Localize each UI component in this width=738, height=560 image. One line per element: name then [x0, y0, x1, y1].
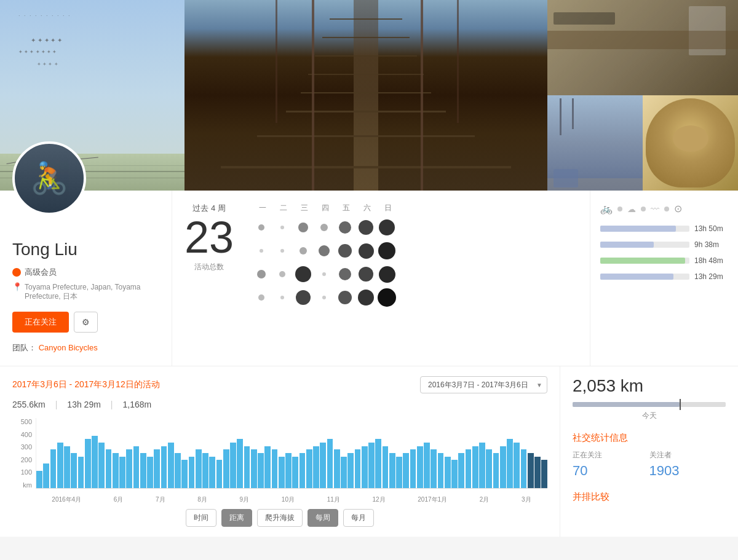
location-icon: 📍 [12, 282, 22, 291]
activity-icons-row: 🚲 ☁ 〰 ⊙ [600, 203, 728, 215]
weeks-block: 过去 4 周 23 活动总数 [184, 203, 234, 272]
day-label-tue: 二 [274, 203, 293, 213]
y-label-200: 200 [12, 456, 32, 463]
badge-dot [12, 268, 21, 277]
chart-controls: 时间 距离 爬升海拔 每周 每月 [12, 509, 547, 527]
activity-count: 23 [184, 215, 234, 259]
day-label-wed: 三 [295, 203, 314, 213]
dot3 [664, 207, 669, 211]
cal-row-3 [252, 265, 584, 283]
bar-fill-2 [600, 242, 654, 248]
bar-label-3: 18h 48m [694, 256, 728, 265]
compare-title: 并排比较 [573, 491, 726, 503]
bar-track-4 [600, 274, 689, 280]
bar-fill-4 [600, 274, 673, 280]
x-label-nov: 11月 [327, 495, 340, 504]
range-title: 2017年3月6日 - 2017年3月12日的活动 [12, 379, 160, 390]
following-col: 正在关注 70 [573, 450, 649, 479]
x-label-mar: 3月 [522, 495, 531, 504]
profile-actions: 正在关注 ⚙ [12, 312, 159, 333]
ctrl-monthly-btn[interactable]: 每月 [343, 509, 374, 527]
day-label-fri: 五 [337, 203, 355, 213]
bar-fill-3 [600, 258, 685, 264]
location-text: Toyama Prefecture, Japan, Toyama Prefect… [25, 283, 159, 302]
stat-time: 13h 29m [67, 400, 100, 409]
cal-header-row: 一 二 三 四 五 六 日 [252, 203, 584, 213]
cal-row-4 [252, 288, 584, 307]
activity-chart-section: 2017年3月6日 - 2017年3月12日的活动 2016年3月7日 - 20… [0, 366, 560, 537]
ctrl-weekly-btn[interactable]: 每周 [308, 509, 338, 527]
cal-row-2 [252, 242, 584, 260]
day-label-sat: 六 [358, 203, 376, 213]
range-header: 2017年3月6日 - 2017年3月12日的活动 2016年3月7日 - 20… [12, 376, 547, 393]
x-label-aug: 8月 [197, 495, 207, 504]
team-link[interactable]: Canyon Bicycles [39, 343, 98, 352]
range-stats: 255.6km | 13h 29m | 1,168m [12, 400, 547, 409]
cloud-icon: ☁ [627, 204, 636, 214]
follow-button[interactable]: 正在关注 [12, 312, 69, 333]
y-label-100: 100 [12, 468, 32, 476]
activity-sublabel: 活动总数 [184, 262, 234, 272]
bar-row-1: 13h 50m [600, 224, 728, 233]
x-label-jan: 2017年1月 [418, 495, 447, 504]
profile-badge-row: 高级会员 [12, 267, 159, 278]
followers-col: 关注者 1903 [649, 450, 726, 479]
settings-button[interactable]: ⚙ [74, 312, 98, 333]
day-label-thu: 四 [316, 203, 335, 213]
day-label-mon: 一 [253, 203, 272, 213]
expand-icon[interactable]: ⊙ [674, 203, 682, 215]
bar-track-3 [600, 258, 689, 264]
chart-container: 500 400 300 200 100 km [12, 418, 547, 504]
bar-row-2: 9h 38m [600, 240, 728, 249]
x-label-jun: 6月 [114, 495, 124, 504]
y-label-300: 300 [12, 443, 32, 451]
y-label-400: 400 [12, 431, 32, 438]
x-label-dec: 12月 [372, 495, 385, 504]
ctrl-time-btn[interactable]: 时间 [186, 509, 216, 527]
team-label: 团队： [12, 343, 36, 352]
cover-photo-3 [547, 0, 738, 95]
bar-track-1 [600, 226, 689, 232]
bar-track-2 [600, 242, 689, 248]
bar-row-4: 13h 29m [600, 272, 728, 281]
cal-row-1 [252, 218, 584, 237]
avatar: 🚴 [12, 141, 86, 215]
stat-distance: 255.6km [12, 400, 46, 409]
following-label: 正在关注 [573, 450, 649, 460]
stats-middle-section: 过去 4 周 23 活动总数 一 二 三 四 五 六 日 [172, 191, 590, 366]
cover-photo-5 [643, 95, 738, 191]
following-count: 70 [573, 463, 649, 479]
km-today-label: 今天 [573, 411, 726, 421]
page-wrapper: ✦ ✦ ✦ ✦ ✦ ✦ ✦ ✦ ✦ ✦ ✦ ✦ ✦ ✦ ✦ ✦ ∙ ∙ ∙ ∙ … [0, 0, 738, 537]
profile-name: Tong Liu [12, 240, 159, 259]
followers-label: 关注者 [649, 450, 726, 460]
km-bar-container [573, 402, 726, 407]
cover-photo-4 [547, 95, 643, 191]
main-content: Tong Liu 高级会员 📍 Toyama Prefecture, Japan… [0, 191, 738, 366]
followers-count: 1903 [649, 463, 726, 479]
x-label-oct: 10月 [282, 495, 295, 504]
profile-section: Tong Liu 高级会员 📍 Toyama Prefecture, Japan… [0, 191, 172, 366]
bottom-section: 2017年3月6日 - 2017年3月12日的活动 2016年3月7日 - 20… [0, 366, 738, 537]
bar-label-4: 13h 29m [694, 272, 728, 281]
ctrl-elevation-btn[interactable]: 爬升海拔 [257, 509, 303, 527]
stat-divider-1: | [55, 400, 58, 409]
chart-bars [36, 418, 547, 489]
cover-photo-2 [184, 0, 547, 191]
cover-right-photos [547, 0, 738, 191]
avatar-wrapper: 🚴 [12, 141, 86, 215]
bar-row-3: 18h 48m [600, 256, 728, 265]
x-label-apr: 2016年4月 [52, 495, 81, 504]
km-bar-track [573, 402, 726, 407]
cover-and-profile: ✦ ✦ ✦ ✦ ✦ ✦ ✦ ✦ ✦ ✦ ✦ ✦ ✦ ✦ ✦ ✦ ∙ ∙ ∙ ∙ … [0, 0, 738, 191]
x-label-jul: 7月 [156, 495, 165, 504]
ctrl-distance-btn[interactable]: 距离 [221, 509, 252, 527]
chart-x-labels: 2016年4月 6月 7月 8月 9月 10月 11月 12月 2017年1月 … [36, 495, 547, 504]
chart-y-labels: 500 400 300 200 100 km [12, 418, 34, 489]
cover-photos: ✦ ✦ ✦ ✦ ✦ ✦ ✦ ✦ ✦ ✦ ✦ ✦ ✦ ✦ ✦ ✦ ∙ ∙ ∙ ∙ … [0, 0, 738, 191]
km-bar-marker [680, 399, 681, 410]
stat-elevation: 1,168m [122, 400, 151, 409]
km-bar-fill [573, 402, 680, 407]
social-stats-title: 社交统计信息 [573, 432, 726, 444]
range-dropdown[interactable]: 2016年3月7日 - 2017年3月6日 [420, 376, 547, 393]
